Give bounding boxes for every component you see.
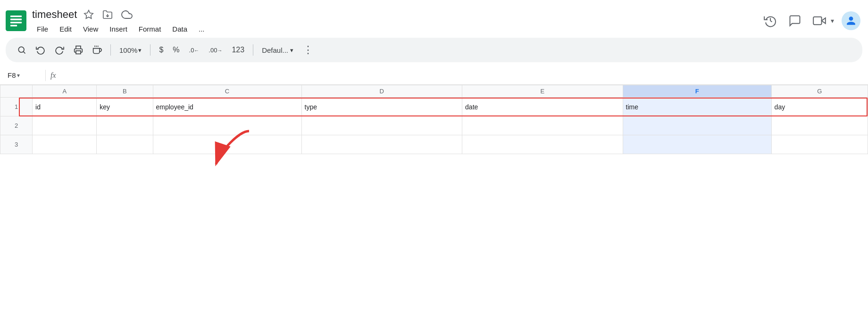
spreadsheet: A B C D E F G 1 id key employee_id type … [0,85,868,154]
zoom-caret: ▾ [138,47,142,54]
cloud-saved-button[interactable] [119,7,134,22]
divider-2 [150,44,150,56]
cell-A1[interactable]: id [33,98,97,116]
svg-marker-5 [84,10,93,18]
sheet-table: A B C D E F G 1 id key employee_id type … [0,85,868,154]
print-button[interactable] [70,42,87,58]
decimal-decrease-button[interactable]: .0← [185,45,203,56]
cell-G1[interactable]: day [771,98,868,116]
col-header-G[interactable]: G [771,85,868,98]
menu-data[interactable]: Data [167,23,192,35]
menu-edit[interactable]: Edit [55,23,76,35]
col-header-B[interactable]: B [97,85,153,98]
percent-button[interactable]: % [169,44,183,56]
cell-E1[interactable]: date [462,98,623,116]
document-title: timesheet [32,8,77,21]
column-header-row: A B C D E F G [0,85,868,98]
cell-F1[interactable]: time [623,98,771,116]
font-name: Defaul... [262,46,288,54]
decimal-increase-button[interactable]: .00→ [205,45,226,56]
row-number-2: 2 [0,116,33,135]
history-button[interactable] [761,11,780,30]
row-number-1: 1 [0,98,33,116]
menu-insert[interactable]: Insert [105,23,132,35]
svg-rect-13 [76,51,81,54]
font-caret: ▾ [290,47,293,54]
col-header-C[interactable]: C [153,85,301,98]
formula-bar: F8 ▾ fx [0,66,868,85]
comments-button[interactable] [785,11,804,30]
divider-1 [110,44,111,56]
svg-rect-4 [10,25,17,26]
cell-B1[interactable]: key [97,98,153,116]
svg-point-11 [18,47,24,52]
cell-F2[interactable] [623,116,771,135]
col-header-E[interactable]: E [462,85,623,98]
cell-C1[interactable]: employee_id [153,98,301,116]
svg-line-12 [24,52,25,54]
cell-G3[interactable] [771,135,868,154]
cell-A2[interactable] [33,116,97,135]
menu-file[interactable]: File [32,23,53,35]
col-header-A[interactable]: A [33,85,97,98]
table-row: 1 id key employee_id type date time day [0,98,868,116]
fx-label: fx [50,71,56,80]
table-row: 3 [0,135,868,154]
more-vert-icon: ⋮ [303,44,314,56]
col-header-F[interactable]: F [623,85,771,98]
table-row: 2 [0,116,868,135]
formatting-toolbar: 100% ▾ $ % .0← .00→ 123 Defaul... ▾ ⋮ [6,38,862,62]
cell-reference-box: F8 ▾ [8,71,41,79]
meet-button-group: ▾ [810,11,836,30]
undo-button[interactable] [32,42,49,58]
cell-A3[interactable] [33,135,97,154]
menu-format[interactable]: Format [134,23,166,35]
move-to-folder-button[interactable] [100,8,115,22]
cell-ref-caret[interactable]: ▾ [17,72,20,79]
divider-3 [253,44,253,56]
cell-C2[interactable] [153,116,301,135]
cell-F3[interactable] [623,135,771,154]
cell-E2[interactable] [462,116,623,135]
user-avatar[interactable] [842,11,860,30]
meet-button[interactable] [810,11,829,30]
meet-caret-button[interactable]: ▾ [829,15,836,26]
format-number-button[interactable]: 123 [228,44,248,56]
svg-rect-1 [10,16,22,17]
cell-B2[interactable] [97,116,153,135]
menu-more[interactable]: ... [194,23,209,35]
corner-cell [0,85,33,98]
cell-D3[interactable] [301,135,462,154]
sheets-logo [6,10,26,31]
redo-button[interactable] [51,42,68,58]
cell-G2[interactable] [771,116,868,135]
svg-rect-0 [6,10,26,31]
cell-C3[interactable] [153,135,301,154]
svg-rect-10 [813,17,822,25]
search-button[interactable] [13,42,30,58]
formula-input[interactable] [61,71,860,79]
formula-bar-divider [45,70,46,81]
cell-ref-value: F8 [8,71,16,79]
col-header-D[interactable]: D [301,85,462,98]
menu-view[interactable]: View [78,23,103,35]
row-number-3: 3 [0,135,33,154]
cell-D2[interactable] [301,116,462,135]
star-button[interactable] [82,8,96,22]
currency-button[interactable]: $ [155,44,167,56]
paint-format-button[interactable] [89,42,106,58]
cell-E3[interactable] [462,135,623,154]
menu-bar: File Edit View Insert Format Data ... [32,23,761,35]
cell-D1[interactable]: type [301,98,462,116]
header-actions: ▾ [761,11,860,30]
zoom-selector[interactable]: 100% ▾ [116,44,145,56]
cell-B3[interactable] [97,135,153,154]
svg-rect-3 [10,22,22,23]
zoom-value: 100% [119,46,137,54]
font-selector[interactable]: Defaul... ▾ [258,44,297,56]
svg-marker-9 [822,18,826,24]
svg-line-8 [770,21,772,22]
app-header: timesheet File Edit View I [0,0,868,38]
more-options-button[interactable]: ⋮ [299,41,318,59]
svg-rect-2 [10,19,22,20]
